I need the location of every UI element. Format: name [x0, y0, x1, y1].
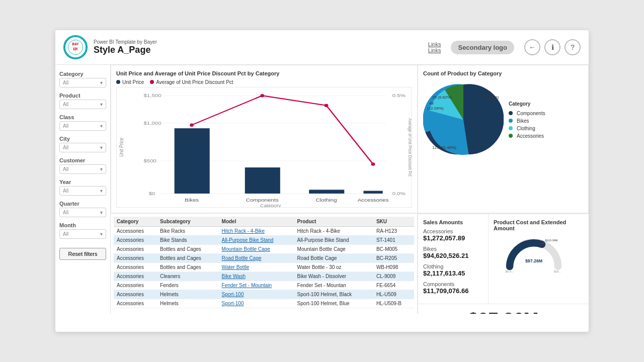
table-row[interactable]: Accessories Bike Stands All-Purpose Bike…: [114, 236, 414, 245]
cell-model[interactable]: All-Purpose Bike Stand: [219, 236, 294, 245]
svg-text:$0: $0: [149, 191, 155, 196]
legend-components: Components: [509, 111, 545, 116]
cell-sku: FE-6654: [373, 281, 414, 290]
filter-select-city[interactable]: All▾: [59, 143, 106, 152]
filter-select-year[interactable]: All▾: [59, 186, 106, 196]
filter-select-product[interactable]: All▾: [59, 100, 106, 109]
filter-select-month[interactable]: All▾: [59, 229, 106, 239]
svg-text:ER: ER: [73, 47, 78, 51]
filter-label: City: [59, 136, 106, 142]
cell-product: Sport-100 Helmet, Black: [294, 290, 373, 299]
col-category: Category: [114, 217, 157, 227]
cell-category: Accessories: [114, 263, 157, 272]
cell-subcategory: Fenders: [157, 281, 218, 290]
svg-text:Accessories: Accessories: [358, 197, 389, 203]
bar-components: [245, 167, 280, 194]
sales-category-label: Accessories: [423, 228, 483, 234]
sales-category-label: Components: [423, 281, 483, 287]
bar-clothing: [309, 190, 344, 194]
svg-text:$110.34M: $110.34M: [545, 239, 557, 242]
svg-text:$0.0...: $0.0...: [506, 270, 514, 273]
svg-text:Components: Components: [246, 197, 279, 203]
svg-point-24: [260, 94, 264, 97]
back-button[interactable]: ←: [524, 39, 540, 55]
cell-category: Accessories: [114, 227, 157, 236]
legend-clothing: Clothing: [509, 126, 545, 131]
table-row[interactable]: Accessories Bottles and Cages Water Bott…: [114, 263, 414, 272]
cell-subcategory: Bottles and Cages: [157, 254, 218, 263]
table-row[interactable]: Accessories Helmets Sport-100 Sport-100 …: [114, 290, 414, 299]
sidebar: Category All▾ Product All▾ Class All▾ Ci…: [55, 65, 111, 314]
svg-text:0.0%: 0.0%: [392, 191, 406, 196]
sales-item-accessories: Accessories $1,272,057.89: [423, 228, 483, 242]
svg-text:BAY: BAY: [72, 42, 79, 46]
header-links: Links Links: [428, 41, 441, 53]
cell-model[interactable]: Bike Wash: [219, 272, 294, 281]
cell-model[interactable]: Sport-100: [219, 290, 294, 299]
cell-sku: BC-R205: [373, 254, 414, 263]
content-area: Unit Price and Average of Unit Price Dis…: [111, 65, 589, 314]
cell-category: Accessories: [114, 299, 157, 308]
bar-chart-panel: Unit Price and Average of Unit Price Dis…: [111, 65, 418, 213]
svg-text:$500: $500: [144, 158, 157, 163]
header-subtitle: Power BI Template by Bayer: [94, 39, 422, 45]
legend-bikes: Bikes: [509, 118, 545, 124]
cell-product: Sport-100 Helmet, Blue: [294, 299, 373, 308]
sales-category-label: Clothing: [423, 263, 483, 269]
table-row[interactable]: Accessories Bottles and Cages Mountain B…: [114, 245, 414, 254]
info-button[interactable]: ℹ: [544, 39, 560, 55]
svg-text:(12.09%): (12.09%): [427, 106, 444, 111]
line-chart: [192, 96, 373, 164]
cell-sku: BC-M005: [373, 245, 414, 254]
link2[interactable]: Links: [428, 47, 441, 53]
table-panel[interactable]: Category Subcategory Model Product SKU A…: [111, 214, 418, 314]
total-cost-value: $97.26M: [468, 309, 538, 314]
sales-panel: Sales Amounts Accessories $1,272,057.89B…: [418, 214, 488, 304]
svg-point-25: [325, 104, 329, 107]
cell-model[interactable]: Road Bottle Cage: [219, 254, 294, 263]
header-icons: ← ℹ ?: [524, 39, 581, 55]
cell-model[interactable]: Sport-100: [219, 299, 294, 308]
svg-text:Clothing: Clothing: [316, 197, 337, 203]
filter-select-customer[interactable]: All▾: [59, 164, 106, 174]
table-row[interactable]: Accessories Cleaners Bike Wash Bike Wash…: [114, 272, 414, 281]
cell-product: Bike Wash - Dissolver: [294, 272, 373, 281]
sales-amount-value: $2,117,613.45: [423, 269, 483, 277]
table-row[interactable]: Accessories Bike Racks Hitch Rack - 4-Bi…: [114, 227, 414, 236]
legend-accessories: Accessories: [509, 133, 545, 139]
filter-group-customer: Customer All▾: [59, 157, 106, 174]
cell-model[interactable]: Hitch Rack - 4-Bike: [219, 227, 294, 236]
filter-select-quarter[interactable]: All▾: [59, 208, 106, 217]
table-row[interactable]: Accessories Fenders Fender Set - Mountai…: [114, 281, 414, 290]
header: BAY ER Power BI Template by Bayer Style …: [55, 30, 589, 65]
table-row[interactable]: Accessories Bottles and Cages Road Bottl…: [114, 254, 414, 263]
pie-svg-wrapper: 189 (47.61%) 35 (8.82%) 48 (12.09%) 125 …: [423, 79, 504, 160]
secondary-logo: Secondary logo: [451, 41, 514, 54]
sales-amount-value: $1,272,057.89: [423, 234, 483, 242]
filter-label: Product: [59, 93, 106, 99]
filter-select-class[interactable]: All▾: [59, 121, 106, 131]
cell-model[interactable]: Mountain Bottle Cage: [219, 245, 294, 254]
pie-legend-title: Category: [509, 101, 545, 107]
col-model: Model: [219, 217, 294, 227]
filter-label: Class: [59, 114, 106, 120]
sales-item-bikes: Bikes $94,620,526.21: [423, 246, 483, 259]
filter-label: Category: [59, 71, 106, 77]
filter-select-category[interactable]: All▾: [59, 78, 106, 87]
svg-text:125 (31.49%): 125 (31.49%): [432, 145, 456, 150]
header-title: Power BI Template by Bayer Style A_Page: [94, 39, 422, 55]
svg-text:0.5%: 0.5%: [392, 93, 406, 98]
link1[interactable]: Links: [428, 41, 441, 47]
table-row[interactable]: Accessories Helmets Sport-100 Sport-100 …: [114, 299, 414, 308]
cell-category: Accessories: [114, 281, 157, 290]
svg-text:$1,000: $1,000: [144, 120, 162, 125]
help-button[interactable]: ?: [565, 39, 581, 55]
cell-model[interactable]: Water Bottle: [219, 263, 294, 272]
filter-group-city: City All▾: [59, 136, 106, 152]
pie-content: 189 (47.61%) 35 (8.82%) 48 (12.09%) 125 …: [423, 79, 583, 160]
logo: BAY ER: [63, 35, 88, 59]
col-product: Product: [294, 217, 373, 227]
reset-filters-button[interactable]: Reset filters: [59, 248, 106, 260]
cell-model[interactable]: Fender Set - Mountain: [219, 281, 294, 290]
svg-text:48: 48: [429, 101, 434, 106]
